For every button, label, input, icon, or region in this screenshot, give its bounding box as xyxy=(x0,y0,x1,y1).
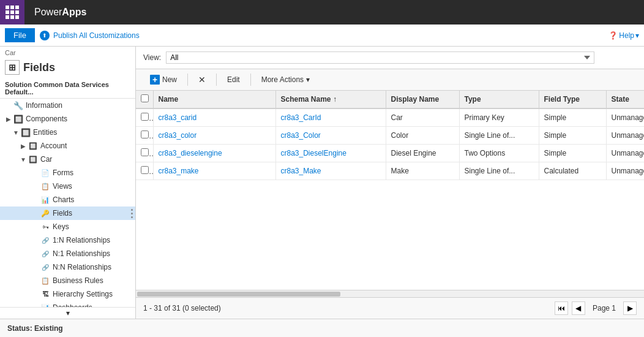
row-schema[interactable]: cr8a3_DieselEngine xyxy=(275,145,386,162)
row-checkbox[interactable] xyxy=(141,166,149,174)
col-header-display[interactable]: Display Name xyxy=(386,91,459,108)
view-label: View: xyxy=(143,53,161,62)
sidebar-item-charts[interactable]: 📊 Charts xyxy=(0,193,135,206)
fields-table: Name Schema Name ↑ Display Name Type Fie xyxy=(136,91,644,180)
new-button[interactable]: + New xyxy=(143,72,184,88)
row-checkbox[interactable] xyxy=(141,131,149,138)
sidebar-item-label: Entities xyxy=(33,128,57,137)
sidebar: Car ⊞ Fields Solution Common Data Servic… xyxy=(0,47,136,319)
sidebar-item-label: 1:N Relationships xyxy=(53,236,110,244)
page-title: Fields xyxy=(23,61,55,74)
sidebar-item-n1-relationships[interactable]: 🔗 N:1 Relationships xyxy=(0,247,135,260)
row-schema[interactable]: cr8a3_Make xyxy=(275,162,386,180)
sidebar-item-forms[interactable]: 📄 Forms xyxy=(0,166,135,180)
first-page-button[interactable]: ⏮ xyxy=(555,301,568,315)
row-name[interactable]: cr8a3_make xyxy=(153,162,275,180)
sidebar-item-fields[interactable]: 🔑 Fields xyxy=(0,206,135,220)
toggle-information xyxy=(5,102,12,109)
toggle-keys xyxy=(32,223,39,230)
col-header-type[interactable]: Type xyxy=(459,91,539,108)
business-rules-icon: 📋 xyxy=(40,276,50,286)
row-checkbox-cell[interactable] xyxy=(136,108,153,127)
waffle-button[interactable] xyxy=(0,0,24,25)
table-row: cr8a3_carid cr8a3_CarId Car Primary Key … xyxy=(136,108,644,127)
sidebar-item-label: Forms xyxy=(53,168,73,177)
row-name[interactable]: cr8a3_carid xyxy=(153,108,275,127)
row-type: Single Line of... xyxy=(459,127,539,145)
sidebar-item-label: Business Rules xyxy=(53,276,103,285)
row-display: Color xyxy=(386,127,459,145)
forms-icon: 📄 xyxy=(40,168,50,178)
app-title: PowerApps xyxy=(24,7,96,18)
more-actions-button[interactable]: More Actions ▾ xyxy=(255,72,316,87)
sidebar-item-car[interactable]: ▼ 🔲 Car xyxy=(0,153,135,166)
keys-icon: 🗝 xyxy=(40,222,50,232)
toggle-nn xyxy=(32,263,39,271)
command-bar: File ⬆ Publish All Customizations ❓ Help… xyxy=(0,25,644,47)
main-layout: Car ⊞ Fields Solution Common Data Servic… xyxy=(0,47,644,319)
sidebar-item-hierarchy[interactable]: 🏗 Hierarchy Settings xyxy=(0,287,135,301)
sidebar-scroll-down[interactable]: ▾ xyxy=(0,307,135,319)
content-area: View: All + New ✕ Edit More Actions ▾ xyxy=(136,47,644,319)
file-tab[interactable]: File xyxy=(5,28,35,42)
table-header-row: Name Schema Name ↑ Display Name Type Fie xyxy=(136,91,644,108)
row-schema[interactable]: cr8a3_Color xyxy=(275,127,386,145)
row-fieldtype: Simple xyxy=(539,145,606,162)
car-icon: 🔲 xyxy=(28,154,38,164)
toggle-charts xyxy=(32,196,39,203)
n1-rel-icon: 🔗 xyxy=(40,249,50,259)
toggle-hierarchy xyxy=(32,290,39,298)
help-button[interactable]: ❓ Help ▾ xyxy=(608,31,639,40)
row-fieldtype: Simple xyxy=(539,127,606,145)
table-body: cr8a3_carid cr8a3_CarId Car Primary Key … xyxy=(136,108,644,180)
col-header-schema[interactable]: Schema Name ↑ xyxy=(275,91,386,108)
scroll-thumb[interactable] xyxy=(137,292,340,297)
table-row: cr8a3_make cr8a3_Make Make Single Line o… xyxy=(136,162,644,180)
sidebar-item-label: N:1 Relationships xyxy=(53,249,110,258)
row-checkbox-cell[interactable] xyxy=(136,127,153,145)
edit-button[interactable]: Edit xyxy=(220,72,247,87)
sidebar-item-business-rules[interactable]: 📋 Business Rules xyxy=(0,274,135,287)
row-name[interactable]: cr8a3_dieselengine xyxy=(153,145,275,162)
toggle-components: ▶ xyxy=(5,115,12,123)
sidebar-item-views[interactable]: 📋 Views xyxy=(0,180,135,193)
select-all-checkbox[interactable] xyxy=(141,94,149,102)
sidebar-item-keys[interactable]: 🗝 Keys xyxy=(0,220,135,233)
col-header-fieldtype[interactable]: Field Type xyxy=(539,91,606,108)
toggle-entities: ▼ xyxy=(12,129,20,136)
delete-icon: ✕ xyxy=(198,75,206,85)
sidebar-item-label: Keys xyxy=(53,222,69,231)
toggle-car: ▼ xyxy=(20,156,27,163)
prev-page-button[interactable]: ◀ xyxy=(572,301,585,315)
col-header-name[interactable]: Name xyxy=(153,91,275,108)
row-checkbox-cell[interactable] xyxy=(136,162,153,180)
col-header-state[interactable]: State xyxy=(606,91,644,108)
sidebar-item-label: Account xyxy=(40,142,67,150)
sidebar-item-label: Components xyxy=(26,115,67,123)
view-select[interactable]: All xyxy=(166,51,594,64)
table-row: cr8a3_color cr8a3_Color Color Single Lin… xyxy=(136,127,644,145)
row-checkbox[interactable] xyxy=(141,148,149,156)
sidebar-item-nn-relationships[interactable]: 🔗 N:N Relationships xyxy=(0,260,135,274)
horizontal-scrollbar[interactable] xyxy=(136,290,644,297)
row-fieldtype: Simple xyxy=(539,108,606,127)
next-page-button[interactable]: ▶ xyxy=(623,301,637,315)
delete-button[interactable]: ✕ xyxy=(192,72,212,88)
sidebar-item-label: Hierarchy Settings xyxy=(53,290,113,298)
row-checkbox-cell[interactable] xyxy=(136,145,153,162)
row-schema[interactable]: cr8a3_CarId xyxy=(275,108,386,127)
sidebar-item-account[interactable]: ▶ 🔲 Account xyxy=(0,139,135,153)
row-type: Two Options xyxy=(459,145,539,162)
publish-button[interactable]: ⬆ Publish All Customizations xyxy=(40,31,140,40)
sidebar-item-label: Views xyxy=(53,182,72,191)
sidebar-item-entities[interactable]: ▼ 🔲 Entities xyxy=(0,126,135,139)
row-display: Diesel Engine xyxy=(386,145,459,162)
row-checkbox[interactable] xyxy=(141,113,149,121)
sidebar-item-1n-relationships[interactable]: 🔗 1:N Relationships xyxy=(0,233,135,247)
breadcrumb: Car xyxy=(0,47,135,58)
toolbar-separator-2 xyxy=(216,74,217,86)
row-state: Unmanaged xyxy=(606,127,644,145)
sidebar-item-components[interactable]: ▶ 🔲 Components xyxy=(0,112,135,126)
sidebar-item-information[interactable]: 🔧 Information xyxy=(0,99,135,112)
row-name[interactable]: cr8a3_color xyxy=(153,127,275,145)
